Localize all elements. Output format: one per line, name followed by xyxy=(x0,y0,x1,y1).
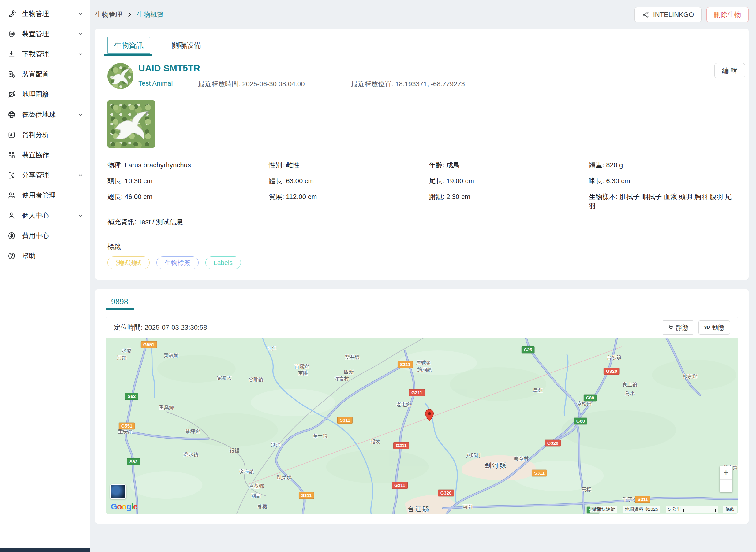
sidebar-item[interactable]: 裝置配置 xyxy=(0,64,90,85)
google-map[interactable]: 水慶河鎮黃飄鄉西江雙井鎮馬號鎮施洞鎮苗隴鄉苗隴四新坪寨村家養大谷隴鎮台烈鎮報京鄉… xyxy=(106,338,738,514)
tag-pill: 生物標簽 xyxy=(156,256,199,269)
3d-icon: 3D xyxy=(704,325,710,330)
chevron-down-icon xyxy=(77,111,84,118)
tab-device-9898[interactable]: 9898 xyxy=(106,295,134,310)
sidebar-item-label: 裝置協作 xyxy=(22,150,84,160)
chevron-down-icon xyxy=(77,172,84,178)
static-view-label: 靜態 xyxy=(676,323,688,332)
sidebar-item[interactable]: 裝置管理 xyxy=(0,24,90,44)
topbar: 生物管理 生物概覽 INTELINKGO 刪除生物 xyxy=(95,6,749,23)
fee-icon xyxy=(7,232,16,240)
breadcrumb-parent[interactable]: 生物管理 xyxy=(95,10,122,19)
extra-info: 補充資訊: Test / 测试信息 xyxy=(107,218,736,227)
map-town-label: 苗隴 xyxy=(298,370,308,377)
sidebar-item-label: 費用中心 xyxy=(22,231,84,240)
top-actions: INTELINKGO 刪除生物 xyxy=(635,7,749,22)
sidebar-item-label: 裝置配置 xyxy=(22,70,84,79)
map-town-label: 良上鎮 xyxy=(623,382,637,388)
map-road-badge: G551 xyxy=(141,341,157,348)
animal-name: Test Animal xyxy=(138,80,173,88)
sidebar-item[interactable]: 分享管理 xyxy=(0,165,90,185)
map-town-label: 施洞鎮 xyxy=(417,367,432,373)
map-town-label: 河鎮 xyxy=(117,355,127,361)
map-zoom-control: + − xyxy=(720,466,733,493)
sidebar-item[interactable]: 資料分析 xyxy=(0,125,90,145)
globe-icon xyxy=(7,110,16,119)
static-view-button[interactable]: 靜態 xyxy=(662,320,694,334)
tag-pill: 測試測試 xyxy=(107,256,150,269)
tab-animal-info[interactable]: 生物資訊 xyxy=(107,37,150,54)
dynamic-view-button[interactable]: 3D 動態 xyxy=(698,320,730,334)
device-config-icon xyxy=(7,70,16,79)
sidebar-item[interactable]: 個人中心 xyxy=(0,205,90,226)
map-road-badge: S25 xyxy=(522,347,535,354)
sidebar-item[interactable]: 生物管理 xyxy=(0,4,90,24)
scale-bar xyxy=(683,510,716,512)
detail-field: 喙長: 6.30 cm xyxy=(589,176,736,186)
detail-field: 體長: 63.00 cm xyxy=(269,176,429,186)
map-town-label: 報效 xyxy=(370,439,380,445)
map-town-label: 黃飄鄉 xyxy=(164,352,179,359)
scale-label: 5 公里 xyxy=(668,507,681,512)
map-town-label: 坪寨村 xyxy=(334,376,349,382)
device-icon xyxy=(7,30,16,38)
map-road-badge: S62 xyxy=(125,393,138,400)
google-logo[interactable]: Google xyxy=(111,502,137,512)
sidebar-item[interactable]: 下載管理 xyxy=(0,44,90,64)
map-pin-icon xyxy=(667,324,674,331)
detail-field: 生物樣本: 肛拭子 咽拭子 血液 頭羽 胸羽 腹羽 尾羽 xyxy=(589,192,736,211)
sidebar-item-label: 個人中心 xyxy=(22,211,77,220)
zoom-in-button[interactable]: + xyxy=(720,466,733,479)
detail-field: 性別: 雌性 xyxy=(269,160,429,170)
map-town-label: 革一鎮 xyxy=(313,433,327,439)
dynamic-view-label: 動態 xyxy=(712,323,724,332)
detail-field: 尾長: 19.00 cm xyxy=(429,176,589,186)
map-town-label: 四新 xyxy=(344,369,353,376)
map-town-label: 兩開 xyxy=(462,504,472,511)
tracker-actions: 靜態 3D 動態 xyxy=(662,320,730,334)
download-icon xyxy=(7,50,16,58)
map-town-label: 西江 xyxy=(267,345,277,352)
map-marker[interactable] xyxy=(422,406,436,424)
edit-button[interactable]: 編 輯 xyxy=(715,63,745,78)
animal-photo[interactable] xyxy=(107,100,155,148)
sidebar: 生物管理裝置管理下載管理裝置配置地理圍籬德魯伊地球資料分析裝置協作分享管理使用者… xyxy=(0,0,90,552)
map-town-label: 雙井鎮 xyxy=(345,354,360,361)
sidebar-item-label: 裝置管理 xyxy=(22,29,77,38)
zoom-out-button[interactable]: − xyxy=(720,479,733,493)
tags-row: 測試測試生物標簽Labels xyxy=(107,256,736,269)
satellite-toggle[interactable] xyxy=(110,485,126,499)
map-town-label: 養機 xyxy=(257,504,267,510)
sidebar-item[interactable]: 費用中心 xyxy=(0,226,90,246)
tab-linked-devices[interactable]: 關聯設備 xyxy=(172,40,201,50)
sidebar-item-label: 分享管理 xyxy=(22,171,77,180)
sidebar-item-label: 德魯伊地球 xyxy=(22,110,77,119)
tracker-header: 定位時間: 2025-07-03 23:30:58 靜態 3D 動態 xyxy=(106,317,738,338)
keyboard-shortcuts-link[interactable]: 鍵盤快速鍵 xyxy=(590,506,617,513)
sidebar-item[interactable]: 地理圍籬 xyxy=(0,85,90,105)
tracker-box: 定位時間: 2025-07-03 23:30:58 靜態 3D 動態 xyxy=(106,316,738,514)
sidebar-item[interactable]: 幫助 xyxy=(0,246,90,266)
map-town-label: 馬號鎮 xyxy=(416,360,431,366)
sidebar-item[interactable]: 德魯伊地球 xyxy=(0,105,90,125)
tab-bar: 生物資訊 關聯設備 xyxy=(107,35,736,55)
sidebar-item-label: 下載管理 xyxy=(22,49,77,59)
map-road-badge: S311 xyxy=(635,496,650,503)
intelinkgo-share-button[interactable]: INTELINKGO xyxy=(635,7,701,22)
delete-animal-button[interactable]: 刪除生物 xyxy=(707,7,749,22)
users-icon xyxy=(7,191,16,200)
sidebar-item[interactable]: 使用者管理 xyxy=(0,185,90,205)
intelinkgo-label: INTELINKGO xyxy=(653,11,694,19)
map-town-label: 凱棠鎮 xyxy=(277,474,292,481)
sidebar-item[interactable]: 裝置協作 xyxy=(0,145,90,165)
bird-icon xyxy=(7,9,16,18)
animal-uaid: UAID SMT5TR xyxy=(138,63,200,74)
release-time: 最近釋放時間: 2025-06-30 08:04:00 xyxy=(198,80,305,89)
detail-field: 年齡: 成鳥 xyxy=(429,160,589,170)
map-town-label: 高標 xyxy=(581,487,591,493)
analytics-icon xyxy=(7,131,16,139)
map-road-badge: G211 xyxy=(392,482,408,489)
terms-link[interactable]: 條款 xyxy=(723,506,737,513)
chevron-right-icon xyxy=(126,12,132,18)
help-icon xyxy=(7,252,16,260)
